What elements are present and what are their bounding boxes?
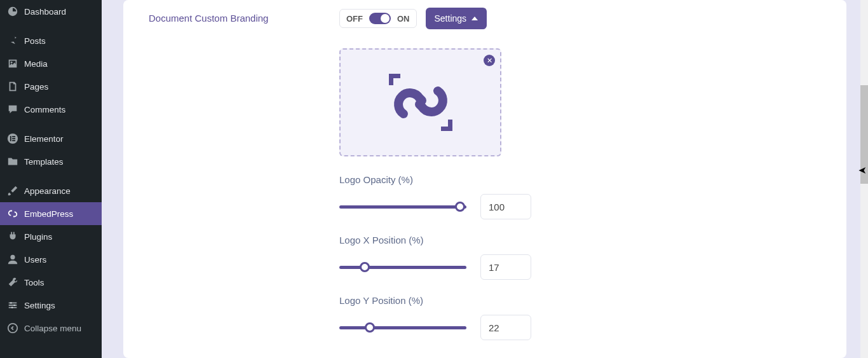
slider-thumb[interactable]: [360, 262, 370, 272]
sidebar-item-pages[interactable]: Pages: [0, 75, 102, 98]
sidebar-item-label: Appearance: [24, 186, 95, 196]
elementor-icon: [6, 132, 19, 145]
toggle-switch[interactable]: [369, 13, 391, 24]
vertical-scrollbar[interactable]: [860, 0, 868, 358]
sidebar-item-label: EmbedPress: [24, 209, 95, 219]
xpos-slider[interactable]: [339, 261, 466, 273]
sidebar-item-embedpress[interactable]: EmbedPress: [0, 202, 102, 225]
sidebar-item-label: Users: [24, 255, 95, 265]
logo-preview[interactable]: ✕: [339, 48, 501, 156]
sidebar-item-templates[interactable]: Templates: [0, 150, 102, 173]
svg-point-9: [11, 306, 13, 308]
collapse-icon: [6, 322, 19, 334]
sidebar-item-label: Elementor: [24, 134, 95, 144]
xpos-input[interactable]: [480, 254, 531, 280]
svg-point-6: [10, 255, 15, 259]
toggle-on-label: ON: [397, 14, 410, 24]
plug-icon: [6, 230, 19, 243]
svg-point-8: [13, 305, 15, 306]
sidebar-item-elementor[interactable]: Elementor: [0, 127, 102, 150]
toggle-off-label: OFF: [346, 14, 363, 24]
field-ypos: Logo Y Position (%): [339, 295, 784, 340]
media-icon: [6, 57, 19, 70]
controls-column: OFF ON Settings ✕: [339, 8, 784, 355]
svg-rect-2: [10, 136, 11, 141]
sidebar-item-label: Templates: [24, 157, 95, 167]
dashboard-icon: [6, 5, 19, 18]
svg-rect-3: [12, 136, 15, 137]
pin-icon: [6, 34, 19, 47]
field-label: Logo X Position (%): [339, 235, 784, 245]
wrench-icon: [6, 276, 19, 289]
ypos-slider[interactable]: [339, 322, 466, 333]
sidebar-item-label: Tools: [24, 278, 95, 287]
sliders-icon: [6, 299, 19, 312]
sidebar-item-label: Settings: [24, 301, 95, 310]
settings-card: Document Custom Branding OFF ON Settings…: [123, 0, 846, 358]
sidebar-item-settings[interactable]: Settings: [0, 294, 102, 317]
sidebar-item-label: Posts: [24, 36, 95, 46]
svg-point-10: [8, 324, 17, 333]
embedpress-icon: [6, 207, 19, 220]
sidebar-item-label: Collapse menu: [24, 324, 95, 333]
svg-rect-5: [12, 140, 15, 141]
scrollbar-thumb[interactable]: [860, 85, 868, 184]
sidebar-item-label: Pages: [24, 82, 95, 92]
field-label: Logo Y Position (%): [339, 295, 784, 306]
opacity-input[interactable]: [480, 194, 531, 219]
sidebar-item-tools[interactable]: Tools: [0, 271, 102, 294]
svg-point-7: [10, 302, 12, 304]
close-icon: ✕: [487, 57, 492, 65]
sidebar-item-label: Dashboard: [24, 7, 95, 17]
opacity-slider[interactable]: [339, 201, 466, 212]
logo-image: [373, 64, 468, 141]
sidebar-item-label: Comments: [24, 105, 95, 114]
slider-thumb[interactable]: [455, 202, 465, 212]
brush-icon: [6, 184, 19, 197]
section-title: Document Custom Branding: [149, 13, 268, 24]
field-opacity: Logo Opacity (%): [339, 174, 784, 219]
folder-icon: [6, 155, 19, 168]
branding-toggle: OFF ON: [339, 9, 417, 28]
admin-sidebar: Dashboard Posts Media Pages Comments Ele…: [0, 0, 102, 358]
sidebar-item-appearance[interactable]: Appearance: [0, 179, 102, 202]
pages-icon: [6, 80, 19, 93]
field-xpos: Logo X Position (%): [339, 235, 784, 280]
remove-logo-button[interactable]: ✕: [484, 55, 495, 66]
chevron-up-icon: [471, 17, 478, 20]
svg-rect-4: [12, 138, 15, 139]
page-background: Document Custom Branding OFF ON Settings…: [102, 0, 868, 358]
sidebar-item-collapse[interactable]: Collapse menu: [0, 317, 102, 340]
settings-button[interactable]: Settings: [426, 8, 487, 29]
sidebar-item-label: Media: [24, 59, 95, 69]
toggle-row: OFF ON Settings: [339, 8, 784, 29]
sidebar-item-dashboard[interactable]: Dashboard: [0, 0, 102, 23]
sidebar-item-comments[interactable]: Comments: [0, 98, 102, 121]
field-label: Logo Opacity (%): [339, 174, 784, 185]
sidebar-item-plugins[interactable]: Plugins: [0, 225, 102, 248]
sidebar-item-media[interactable]: Media: [0, 52, 102, 75]
sidebar-item-posts[interactable]: Posts: [0, 29, 102, 52]
slider-thumb[interactable]: [365, 322, 375, 333]
ypos-input[interactable]: [480, 315, 531, 340]
sidebar-item-label: Plugins: [24, 232, 95, 242]
user-icon: [6, 253, 19, 266]
comments-icon: [6, 103, 19, 116]
settings-button-label: Settings: [435, 13, 467, 24]
svg-point-0: [11, 62, 13, 64]
sidebar-item-users[interactable]: Users: [0, 248, 102, 271]
